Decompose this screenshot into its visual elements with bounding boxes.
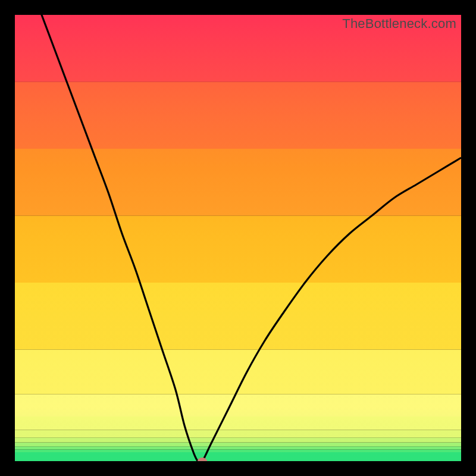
optimum-marker — [198, 458, 207, 461]
watermark-text: TheBottleneck.com — [342, 16, 456, 32]
bottleneck-curve — [15, 15, 461, 461]
curve-path — [15, 15, 461, 461]
plot-area: TheBottleneck.com — [15, 15, 461, 461]
chart-frame: TheBottleneck.com — [0, 0, 476, 476]
